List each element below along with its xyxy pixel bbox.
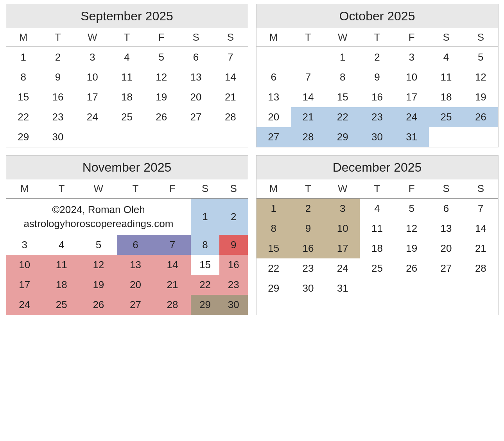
dec-d9[interactable]: 9 <box>291 219 325 238</box>
sep-d22[interactable]: 22 <box>6 107 41 127</box>
nov-d5[interactable]: 5 <box>80 235 117 255</box>
nov-d26[interactable]: 26 <box>80 295 117 315</box>
nov-d28[interactable]: 28 <box>154 295 191 315</box>
nov-d8[interactable]: 8 <box>191 235 219 255</box>
oct-d30[interactable]: 30 <box>360 127 394 147</box>
dec-d17[interactable]: 17 <box>325 238 360 258</box>
sep-d4[interactable]: 4 <box>109 47 144 67</box>
oct-d21[interactable]: 21 <box>291 107 325 127</box>
dec-d15[interactable]: 15 <box>256 238 291 258</box>
dec-d28[interactable]: 28 <box>463 258 498 278</box>
oct-d15[interactable]: 15 <box>325 87 360 107</box>
dec-d21[interactable]: 21 <box>463 238 498 258</box>
sep-d7[interactable]: 7 <box>213 47 248 67</box>
nov-d2[interactable]: 2 <box>219 198 248 235</box>
dec-d7[interactable]: 7 <box>463 198 498 219</box>
dec-d20[interactable]: 20 <box>429 238 463 258</box>
oct-d18[interactable]: 18 <box>429 87 463 107</box>
nov-d19[interactable]: 19 <box>80 275 117 295</box>
sep-d24[interactable]: 24 <box>75 107 109 127</box>
oct-d6[interactable]: 6 <box>256 67 291 87</box>
dec-d11[interactable]: 11 <box>360 219 394 238</box>
nov-d9[interactable]: 9 <box>219 235 248 255</box>
nov-d25[interactable]: 25 <box>43 295 80 315</box>
nov-d23[interactable]: 23 <box>219 275 248 295</box>
sep-d20[interactable]: 20 <box>179 87 213 107</box>
nov-d15[interactable]: 15 <box>191 255 219 275</box>
dec-d25[interactable]: 25 <box>360 258 394 278</box>
sep-d13[interactable]: 13 <box>179 67 213 87</box>
oct-d5[interactable]: 5 <box>463 47 498 67</box>
dec-d24[interactable]: 24 <box>325 258 360 278</box>
nov-d13[interactable]: 13 <box>117 255 154 275</box>
sep-d2[interactable]: 2 <box>41 47 75 67</box>
sep-d5[interactable]: 5 <box>144 47 179 67</box>
dec-d27[interactable]: 27 <box>429 258 463 278</box>
nov-d4[interactable]: 4 <box>43 235 80 255</box>
sep-d30[interactable]: 30 <box>41 127 75 147</box>
nov-d3[interactable]: 3 <box>6 235 43 255</box>
dec-d31[interactable]: 31 <box>325 278 360 298</box>
oct-d3[interactable]: 3 <box>395 47 429 67</box>
nov-d14[interactable]: 14 <box>154 255 191 275</box>
sep-d25[interactable]: 25 <box>109 107 144 127</box>
oct-d26[interactable]: 26 <box>463 107 498 127</box>
nov-d6[interactable]: 6 <box>117 235 154 255</box>
dec-d12[interactable]: 12 <box>395 219 429 238</box>
sep-d26[interactable]: 26 <box>144 107 179 127</box>
nov-d29[interactable]: 29 <box>191 295 219 315</box>
nov-d10[interactable]: 10 <box>6 255 43 275</box>
oct-d7[interactable]: 7 <box>291 67 325 87</box>
nov-d30[interactable]: 30 <box>219 295 248 315</box>
dec-d18[interactable]: 18 <box>360 238 394 258</box>
nov-d20[interactable]: 20 <box>117 275 154 295</box>
oct-d31[interactable]: 31 <box>395 127 429 147</box>
sep-d9[interactable]: 9 <box>41 67 75 87</box>
oct-d19[interactable]: 19 <box>463 87 498 107</box>
dec-d10[interactable]: 10 <box>325 219 360 238</box>
oct-d22[interactable]: 22 <box>325 107 360 127</box>
sep-d19[interactable]: 19 <box>144 87 179 107</box>
nov-d7[interactable]: 7 <box>154 235 191 255</box>
oct-d25[interactable]: 25 <box>429 107 463 127</box>
oct-d28[interactable]: 28 <box>291 127 325 147</box>
sep-d18[interactable]: 18 <box>109 87 144 107</box>
sep-d8[interactable]: 8 <box>6 67 41 87</box>
dec-d16[interactable]: 16 <box>291 238 325 258</box>
nov-d17[interactable]: 17 <box>6 275 43 295</box>
oct-d16[interactable]: 16 <box>360 87 394 107</box>
oct-d4[interactable]: 4 <box>429 47 463 67</box>
sep-d28[interactable]: 28 <box>213 107 248 127</box>
sep-d16[interactable]: 16 <box>41 87 75 107</box>
nov-d18[interactable]: 18 <box>43 275 80 295</box>
dec-d1[interactable]: 1 <box>256 198 291 219</box>
dec-d4[interactable]: 4 <box>360 198 394 219</box>
oct-d14[interactable]: 14 <box>291 87 325 107</box>
oct-d23[interactable]: 23 <box>360 107 394 127</box>
dec-d3[interactable]: 3 <box>325 198 360 219</box>
sep-d12[interactable]: 12 <box>144 67 179 87</box>
dec-d30[interactable]: 30 <box>291 278 325 298</box>
oct-d20[interactable]: 20 <box>256 107 291 127</box>
dec-d13[interactable]: 13 <box>429 219 463 238</box>
oct-d1[interactable]: 1 <box>325 47 360 67</box>
nov-d11[interactable]: 11 <box>43 255 80 275</box>
oct-d10[interactable]: 10 <box>395 67 429 87</box>
sep-d10[interactable]: 10 <box>75 67 109 87</box>
oct-d17[interactable]: 17 <box>395 87 429 107</box>
dec-d5[interactable]: 5 <box>395 198 429 219</box>
dec-d19[interactable]: 19 <box>395 238 429 258</box>
dec-d8[interactable]: 8 <box>256 219 291 238</box>
sep-d21[interactable]: 21 <box>213 87 248 107</box>
oct-d8[interactable]: 8 <box>325 67 360 87</box>
nov-d27[interactable]: 27 <box>117 295 154 315</box>
sep-d23[interactable]: 23 <box>41 107 75 127</box>
nov-d16[interactable]: 16 <box>219 255 248 275</box>
oct-d9[interactable]: 9 <box>360 67 394 87</box>
dec-d2[interactable]: 2 <box>291 198 325 219</box>
oct-d12[interactable]: 12 <box>463 67 498 87</box>
dec-d26[interactable]: 26 <box>395 258 429 278</box>
sep-d29[interactable]: 29 <box>6 127 41 147</box>
dec-d22[interactable]: 22 <box>256 258 291 278</box>
dec-d29[interactable]: 29 <box>256 278 291 298</box>
